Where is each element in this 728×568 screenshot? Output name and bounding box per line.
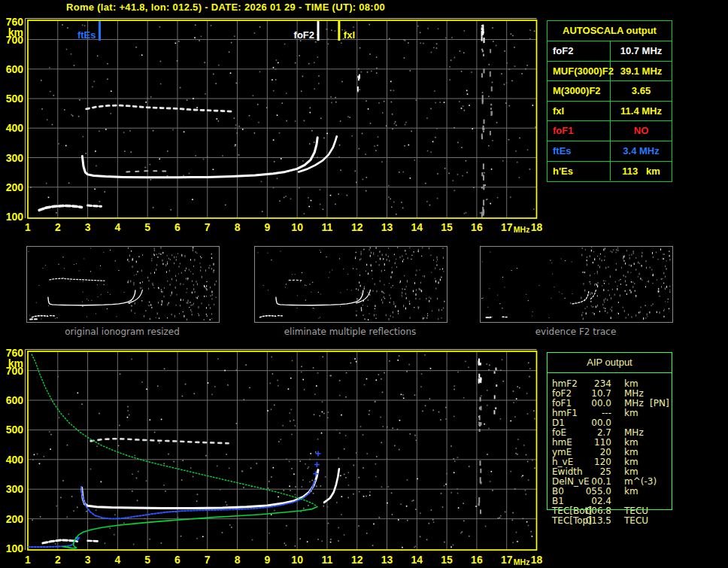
aip-unit: km [624,457,639,467]
top-ionogram-group: ftEsfoF2fxI123456789101112131415161718MH… [6,16,543,234]
aip-table-header: AIP output [548,357,672,368]
thumbnail-caption-original: original ionogram resized [26,327,219,337]
aip-note: [PN] [650,399,669,409]
svg-text:300: 300 [6,483,24,495]
autoscala-row: fxI11.4 MHz [548,101,672,121]
svg-text:2: 2 [55,221,61,233]
autoscala-value: 11.4 MHz [611,102,672,121]
svg-text:14: 14 [411,221,423,233]
svg-text:10: 10 [291,554,303,566]
svg-text:17: 17 [501,554,513,566]
aip-value: 00.0 [570,418,611,428]
aip-param: foF2 [552,389,572,399]
aip-value: 25 [570,467,611,477]
autoscala-value: 3.65 [611,81,672,101]
svg-text:400: 400 [6,122,24,134]
svg-text:9: 9 [264,554,270,566]
svg-text:1: 1 [25,554,31,566]
aip-unit: MHz [624,389,644,399]
aip-value: 02.4 [570,497,611,506]
autoscala-row: ftEs3.4 MHz [548,141,672,161]
autoscala-param: fxI [548,102,611,121]
aip-value: 120 [570,457,611,467]
svg-text:km: km [8,357,23,369]
aip-unit: MHz [624,428,644,438]
svg-text:4: 4 [114,554,120,566]
aip-row: foE2.7MHz [548,428,672,438]
autoscala-table: AUTOSCALA output foF210.7 MHzMUF(3000)F2… [547,20,672,182]
aip-param: ymE [552,448,572,457]
aip-param: hmE [552,438,572,448]
svg-text:14: 14 [411,554,423,566]
aip-row: hmF1---km [548,409,672,418]
thumbnail-multiple-reflections [254,246,447,323]
aip-header-divider [548,372,672,373]
aip-value: 110 [570,438,611,448]
svg-text:11: 11 [322,554,333,566]
thumbnail-caption-reflections: eliminate multiple reflections [253,327,447,337]
aip-table-bottom-border [547,509,672,510]
autoscala-row: h'Es113 km [548,161,672,181]
svg-text:3: 3 [85,554,91,566]
aip-row: hmF2234km [548,379,672,389]
aip-row: ymE20km [548,448,672,457]
svg-text:1: 1 [25,221,31,233]
svg-text:300: 300 [6,152,24,164]
svg-text:12: 12 [351,221,363,233]
aip-row: h_vE120km [548,457,672,467]
svg-text:4: 4 [114,221,120,233]
svg-text:17: 17 [501,221,513,233]
autoscala-row: foF210.7 MHz [548,41,672,61]
svg-text:MHz: MHz [514,557,530,566]
aip-row: hmE110km [548,438,672,448]
svg-text:100: 100 [6,211,24,223]
autoscala-param: h'Es [548,162,611,181]
autoscala-param: MUF(3000)F2 [548,62,611,81]
svg-text:6: 6 [174,554,180,566]
aip-row: DelN_vE00.1m^(-3) [548,477,672,487]
thumbnail-multiple-reflections-image [255,247,445,320]
aip-param: B0 [552,487,564,497]
svg-text:8: 8 [235,554,241,566]
aip-row: Ewidth25km [548,467,672,477]
aip-value: 10.7 [570,389,611,399]
aip-param: B1 [552,497,564,506]
aip-row: TEC[Bot]006.8TECU [548,506,672,516]
aip-unit: km [624,448,639,457]
svg-text:8: 8 [235,221,241,233]
thumbnail-original-ionogram-image [27,247,217,320]
svg-text:500: 500 [6,424,24,436]
svg-text:200: 200 [6,513,24,525]
aip-value: 006.8 [570,506,611,516]
aip-row: B0055.0km [548,487,672,497]
svg-text:16: 16 [471,221,483,233]
svg-text:500: 500 [6,93,24,105]
aip-value: 055.0 [570,487,611,497]
aip-unit: km [624,487,639,497]
aip-row: TEC[Top]013.5TECU [548,516,672,526]
aip-unit: km [624,379,639,389]
aip-unit: m^(-3) [624,477,657,487]
aip-row: foF100.0MHz[PN] [548,399,672,409]
aip-unit: TECU [624,506,648,516]
svg-text:3: 3 [85,221,91,233]
svg-text:5: 5 [144,554,150,566]
aip-param: foF1 [552,399,572,409]
svg-text:2: 2 [55,554,61,566]
aip-unit: km [624,409,639,418]
svg-text:400: 400 [6,454,24,466]
svg-text:7: 7 [205,554,211,566]
svg-text:MHz: MHz [514,225,530,234]
autoscala-value: 39.1 MHz [611,62,672,81]
svg-text:5: 5 [144,221,150,233]
thumbnail-caption-f2: evidence F2 trace [479,327,672,337]
autoscala-value: 3.4 MHz [611,141,672,161]
thumbnail-f2-trace-image [481,247,671,320]
svg-text:13: 13 [381,221,393,233]
aip-value: 013.5 [570,516,611,526]
aip-param: foE [552,428,566,438]
autoscala-row: MUF(3000)F239.1 MHz [548,61,672,81]
svg-text:7: 7 [205,221,211,233]
svg-text:16: 16 [471,554,483,566]
autoscala-param: M(3000)F2 [548,81,611,101]
